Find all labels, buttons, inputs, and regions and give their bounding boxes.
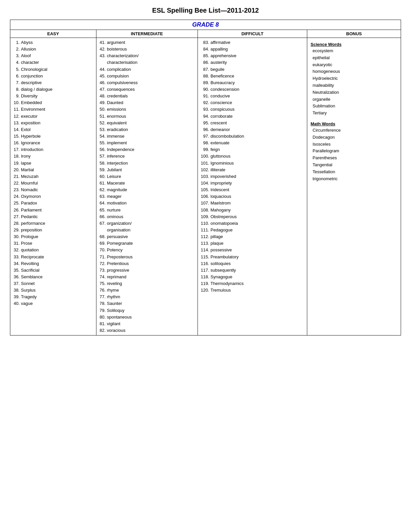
intermediate-word-item: 74.reprimand xyxy=(98,274,196,280)
page-title: ESL Spelling Bee List—2011-2012 xyxy=(10,7,401,14)
math-word-item: Parentheses xyxy=(311,155,397,162)
difficult-word-item: 119.Thermodynamics xyxy=(200,280,305,287)
difficult-word-item: 97.discombobulation xyxy=(200,133,305,140)
intermediate-word-item: 69.Pomegranate xyxy=(98,240,196,247)
col-header-intermediate: INTERMEDIATE xyxy=(96,30,198,38)
easy-word-item: 28.performance xyxy=(12,220,94,227)
col-header-easy: EASY xyxy=(10,30,96,38)
intermediate-word-item: 72.Pretentious xyxy=(98,260,196,267)
easy-word-item: 15.Hyperbole xyxy=(12,133,94,140)
intermediate-word-item: 41.argument xyxy=(98,39,196,46)
science-word-item: Tertiary xyxy=(311,110,397,117)
easy-word-item: 12.executor xyxy=(12,113,94,120)
easy-word-item: 7.descriptive xyxy=(12,79,94,86)
intermediate-word-item: 42.boisterous xyxy=(98,46,196,53)
intermediate-word-item: 82.voracious xyxy=(98,327,196,334)
science-word-item: Hydroelectric xyxy=(311,75,397,82)
difficult-word-item: 83.affirmative xyxy=(200,39,305,46)
science-word-item: Neutralization xyxy=(311,89,397,96)
difficult-word-item: 110.onomatopoeia xyxy=(200,220,305,227)
difficult-word-item: 106.loquacious xyxy=(200,193,305,200)
intermediate-word-item: 43.characterization/ xyxy=(98,53,196,59)
easy-word-item: 39.Tragedy xyxy=(12,294,94,300)
easy-word-item: 24.Oxymoron xyxy=(12,193,94,200)
intermediate-word-item: 49.Daunted xyxy=(98,99,196,106)
easy-word-item: 38.Surplus xyxy=(12,287,94,294)
easy-word-item: 19.lapse xyxy=(12,160,94,167)
intermediate-word-item: 79.Soliloquy xyxy=(98,307,196,314)
intermediate-word-item: 58.interjection xyxy=(98,160,196,167)
easy-word-item: 8.dialog / dialogue xyxy=(12,86,94,93)
easy-word-item: 21.Mezuzah xyxy=(12,173,94,180)
easy-word-item: 4.character xyxy=(12,59,94,66)
difficult-word-item: 116.soliloquies xyxy=(200,260,305,267)
col-header-bonus: BONUS xyxy=(307,30,401,38)
difficult-word-item: 85.apprehensive xyxy=(200,53,305,59)
intermediate-word-item: 59.Jubilant xyxy=(98,167,196,173)
difficult-word-item: 111.Pedagogue xyxy=(200,227,305,233)
intermediate-word-item: 81.vigilant xyxy=(98,321,196,327)
intermediate-word-item: 70.Potency xyxy=(98,247,196,253)
easy-word-item: 27.Pedantic xyxy=(12,213,94,220)
difficult-word-item: 103.impoverished xyxy=(200,173,305,180)
grade-label: GRADE 8 xyxy=(10,20,401,30)
easy-word-item: 36.Semblance xyxy=(12,274,94,280)
easy-word-item: 17.introduction xyxy=(12,146,94,153)
intermediate-word-item: 61.Macerate xyxy=(98,180,196,187)
easy-word-item: 20.Martial xyxy=(12,167,94,173)
difficult-word-item: 120.Tremulous xyxy=(200,287,305,294)
math-word-item: Isosceles xyxy=(311,141,397,148)
difficult-word-item: 107.Maelstrom xyxy=(200,200,305,206)
intermediate-word-item: 47.consequences xyxy=(98,86,196,93)
intermediate-word-item: 62.magnitude xyxy=(98,187,196,193)
bonus-column: Science Wordsecosystemepithelialeukaryot… xyxy=(307,38,401,335)
easy-word-item: 23.Nomadic xyxy=(12,187,94,193)
difficult-word-item: 101.Ignominious xyxy=(200,160,305,167)
intermediate-word-item: 50.emissions xyxy=(98,106,196,113)
intermediate-word-item: 56.Independence xyxy=(98,146,196,153)
science-word-item: eukaryotic xyxy=(311,62,397,68)
difficult-word-item: 117.subsequently xyxy=(200,267,305,274)
easy-word-item: 16.Ignorance xyxy=(12,140,94,146)
easy-word-item: 2.Allusion xyxy=(12,46,94,53)
intermediate-word-item: 51.enormous xyxy=(98,113,196,120)
difficult-word-item: 86.austerity xyxy=(200,59,305,66)
difficult-word-item: 88.Beneficence xyxy=(200,73,305,79)
difficult-word-item: 95.crescent xyxy=(200,120,305,126)
easy-word-item: 32.quotation xyxy=(12,247,94,253)
intermediate-word-item: 63.meager xyxy=(98,193,196,200)
math-word-item: Parallelogram xyxy=(311,148,397,155)
intermediate-word-item: characterisation xyxy=(98,59,196,66)
easy-word-item: 22.Mournful xyxy=(12,180,94,187)
easy-word-item: 11.Environment xyxy=(12,106,94,113)
easy-word-item: 6.conjunction xyxy=(12,73,94,79)
difficult-word-item: 104.impropriety xyxy=(200,180,305,187)
intermediate-word-item: 64.motivation xyxy=(98,200,196,206)
easy-word-item: 18.Irony xyxy=(12,153,94,160)
easy-word-item: 13.exposition xyxy=(12,120,94,126)
intermediate-word-item: 77.rhythm xyxy=(98,294,196,300)
easy-word-item: 25.Paradox xyxy=(12,200,94,206)
intermediate-word-item: 76.rhyme xyxy=(98,287,196,294)
difficult-word-item: 114.possessive xyxy=(200,247,305,253)
intermediate-word-item: 44.complication xyxy=(98,66,196,73)
easy-word-item: 10.Embedded xyxy=(12,99,94,106)
easy-word-item: 31.Prose xyxy=(12,240,94,247)
intermediate-word-item: 80.spontaneous xyxy=(98,314,196,321)
intermediate-word-item: 67.organization/ xyxy=(98,220,196,227)
easy-word-item: 5.Chronological xyxy=(12,66,94,73)
easy-word-item: 14.Extol xyxy=(12,126,94,133)
difficult-word-item: 99.feign xyxy=(200,146,305,153)
difficult-word-item: 91.conducive xyxy=(200,93,305,99)
difficult-word-item: 90.condescension xyxy=(200,86,305,93)
intermediate-word-item: 55.implement xyxy=(98,140,196,146)
intermediate-column: 41.argument42.boisterous43.characterizat… xyxy=(96,38,198,335)
easy-word-item: 30.Prologue xyxy=(12,233,94,240)
difficult-word-item: 115.Preambulatory xyxy=(200,254,305,260)
difficult-word-item: 118.Synagogue xyxy=(200,274,305,280)
intermediate-word-item: 75.reveling xyxy=(98,280,196,287)
difficult-word-item: 87.beguile xyxy=(200,66,305,73)
science-word-item: homogeneous xyxy=(311,68,397,75)
intermediate-word-item: 57.inference xyxy=(98,153,196,160)
difficult-word-item: 109.Obstreperous xyxy=(200,213,305,220)
